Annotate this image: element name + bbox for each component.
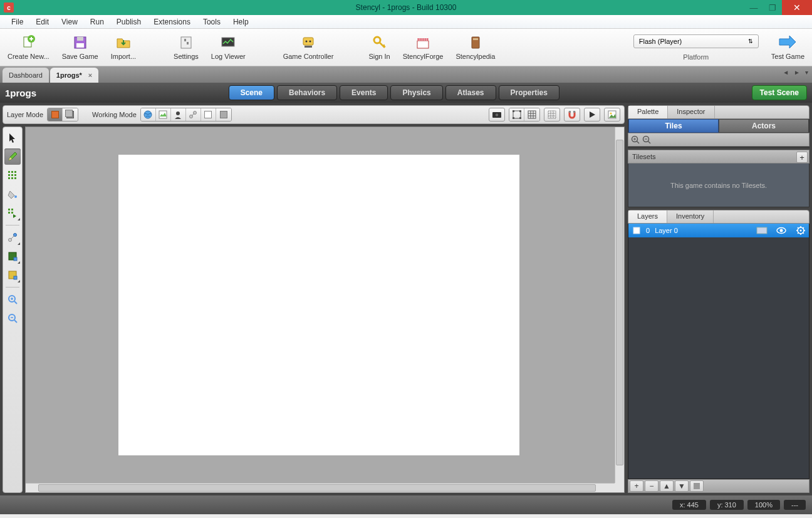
menu-extensions[interactable]: Extensions [147, 16, 197, 28]
tab-nav-prev[interactable]: ◄ [783, 69, 789, 76]
menu-run[interactable]: Run [84, 16, 110, 28]
pencil-tool[interactable] [4, 148, 21, 165]
tab-nav-menu[interactable]: ▾ [805, 69, 808, 76]
maximize-button[interactable]: ❐ [763, 0, 782, 15]
working-mode-joint[interactable] [186, 108, 201, 121]
zoom-out-tool[interactable] [4, 310, 21, 326]
scene-tab-physics[interactable]: Physics [390, 85, 442, 100]
bucket-icon [8, 189, 18, 199]
grid-dots-button[interactable] [544, 108, 560, 122]
test-game-button[interactable]: Test Game [771, 35, 804, 60]
layers-tab[interactable]: Layers [628, 210, 667, 223]
game-controller-button[interactable]: Game Controller [279, 34, 338, 61]
remove-layer-button[interactable]: − [645, 480, 658, 492]
play-preview-button[interactable] [584, 108, 600, 122]
grid-bounds-button[interactable] [509, 108, 524, 121]
scene-tab-properties[interactable]: Properties [499, 85, 560, 100]
layer-color-swatch[interactable] [756, 227, 768, 234]
layer-row-0[interactable]: 0 Layer 0 [628, 224, 809, 237]
snap-button[interactable] [564, 108, 580, 122]
working-mode-white[interactable] [201, 108, 216, 121]
tiles-actors-tabs: Tiles Actors [628, 119, 809, 133]
scene-tab-events[interactable]: Events [340, 85, 388, 100]
add-tileset-button[interactable]: + [796, 152, 808, 163]
scene-tab-behaviors[interactable]: Behaviors [277, 85, 337, 100]
palette-tab[interactable]: Palette [628, 106, 668, 118]
layer-name: Layer 0 [655, 227, 678, 234]
palette-zoom-out-icon[interactable] [642, 135, 651, 144]
svg-rect-43 [11, 177, 13, 179]
svg-rect-29 [519, 117, 521, 119]
log-viewer-button[interactable]: Log Viewer [207, 34, 249, 61]
grid-show-button[interactable] [524, 108, 539, 121]
zoom-in-tool[interactable] [4, 291, 21, 308]
layer-mode-1[interactable] [48, 108, 63, 121]
test-scene-button[interactable]: Test Scene [752, 85, 807, 100]
tab-close-icon[interactable]: × [88, 71, 92, 79]
canvas-background[interactable] [26, 127, 615, 483]
layer-visibility-icon[interactable] [776, 227, 786, 234]
camera-button[interactable] [489, 108, 505, 122]
working-mode-globe[interactable] [141, 108, 156, 121]
layer-mode-label: Layer Mode [7, 111, 43, 118]
inspector-tab[interactable]: Inspector [668, 106, 714, 118]
scene-tab-atlases[interactable]: Atlases [445, 85, 496, 100]
save-game-button[interactable]: Save Game [58, 34, 102, 61]
svg-rect-48 [8, 212, 10, 214]
scene-tab-scene[interactable]: Scene [229, 85, 274, 100]
menu-publish[interactable]: Publish [110, 16, 147, 28]
tab-dashboard[interactable]: Dashboard [3, 68, 49, 83]
vscroll-thumb[interactable] [616, 140, 623, 465]
vertical-scrollbar[interactable] [615, 127, 624, 483]
grid-dots-icon [548, 110, 556, 119]
inventory-tab[interactable]: Inventory [667, 210, 714, 223]
layer-mode-2[interactable] [63, 108, 78, 121]
poly-tool[interactable] [4, 267, 21, 283]
settings-button[interactable]: Settings [170, 34, 202, 61]
create-new-button[interactable]: Create New... [4, 34, 53, 61]
grid-buttons [509, 108, 540, 122]
palette-zoom-in-icon[interactable] [631, 135, 640, 144]
tab-nav-next[interactable]: ► [794, 69, 800, 76]
tiles-subtab[interactable]: Tiles [628, 119, 719, 133]
menu-tools[interactable]: Tools [197, 16, 227, 28]
platform-dropdown[interactable]: Flash (Player) ⇅ [633, 34, 759, 48]
add-layer-button[interactable]: + [630, 480, 643, 492]
rect-tool[interactable] [4, 248, 21, 264]
sign-in-button[interactable]: Sign In [365, 34, 393, 61]
hscroll-thumb[interactable] [38, 484, 596, 492]
magnet-icon [568, 110, 576, 119]
layer-icon [632, 226, 641, 235]
tile-move-tool[interactable] [4, 205, 21, 221]
actors-subtab[interactable]: Actors [719, 119, 809, 133]
close-button[interactable]: ✕ [782, 0, 812, 15]
import-button[interactable]: Import... [107, 34, 140, 61]
layer-down-button[interactable]: ▼ [675, 480, 689, 492]
layer-settings-icon[interactable] [796, 226, 805, 235]
platform-value: Flash (Player) [639, 38, 682, 45]
horizontal-scrollbar[interactable] [26, 483, 615, 492]
stencylforge-button[interactable]: StencylForge [399, 34, 447, 61]
tilegrid-tool[interactable] [4, 167, 21, 184]
menu-file[interactable]: File [5, 16, 29, 28]
working-mode-image[interactable] [156, 108, 171, 121]
tab-1progs[interactable]: 1progs* × [50, 68, 98, 83]
gamepad-icon [301, 35, 316, 50]
bucket-tool[interactable] [4, 186, 21, 202]
stencylpedia-button[interactable]: Stencylpedia [452, 34, 499, 61]
working-mode-actor[interactable] [171, 108, 186, 121]
svg-rect-38 [14, 171, 16, 173]
image-preview-button[interactable] [604, 108, 620, 122]
scene-canvas[interactable] [118, 155, 519, 455]
platform-label: Platform [683, 53, 709, 61]
menu-edit[interactable]: Edit [29, 16, 55, 28]
layer-extra-button[interactable] [690, 480, 704, 492]
line-tool[interactable] [4, 229, 21, 246]
menu-help[interactable]: Help [227, 16, 255, 28]
working-mode-gray[interactable] [216, 108, 231, 121]
minimize-button[interactable]: — [744, 0, 763, 15]
menu-view[interactable]: View [55, 16, 84, 28]
select-tool[interactable] [4, 130, 21, 146]
layer-up-button[interactable]: ▲ [660, 480, 674, 492]
svg-rect-47 [11, 209, 13, 210]
